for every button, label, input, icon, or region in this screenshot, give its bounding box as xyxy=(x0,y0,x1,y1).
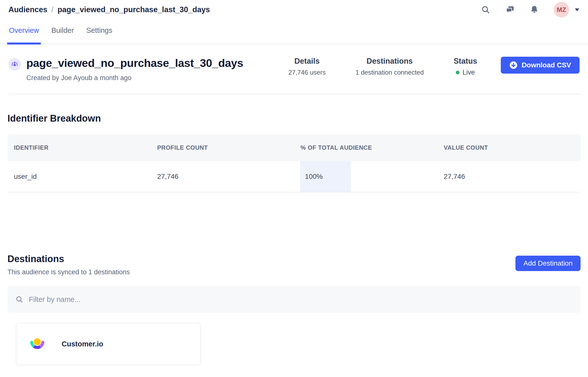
cell-identifier: user_id xyxy=(7,161,151,192)
download-csv-button[interactable]: Download CSV xyxy=(501,57,580,74)
col-identifier: IDENTIFIER xyxy=(7,144,151,151)
page-header-left: page_viewed_no_purchase_last_30_days Cre… xyxy=(8,57,243,82)
page-title: page_viewed_no_purchase_last_30_days xyxy=(26,57,243,70)
page-header-stats: Details 27,746 users Destinations 1 dest… xyxy=(288,57,580,76)
cell-pct-of-total: 100% xyxy=(294,161,437,192)
destinations-subtitle: This audience is synced to 1 destination… xyxy=(7,268,130,276)
identifier-breakdown-section: Identifier Breakdown IDENTIFIER PROFILE … xyxy=(0,113,588,192)
tab-overview[interactable]: Overview xyxy=(9,26,39,44)
chat-bubbles-icon[interactable] xyxy=(505,5,515,15)
page-header: page_viewed_no_purchase_last_30_days Cre… xyxy=(0,44,588,82)
stat-details-label: Details xyxy=(288,57,326,66)
search-icon[interactable] xyxy=(481,5,491,15)
destinations-title: Destinations xyxy=(7,254,130,264)
identifier-breakdown-title: Identifier Breakdown xyxy=(7,113,581,124)
stat-status-label: Status xyxy=(454,57,477,66)
stat-status: Status Live xyxy=(454,57,477,76)
destinations-header: Destinations This audience is synced to … xyxy=(7,254,581,276)
stat-destinations: Destinations 1 destination connected xyxy=(355,57,424,76)
chevron-down-icon xyxy=(575,8,580,11)
audience-people-icon xyxy=(8,58,21,71)
download-circle-icon xyxy=(509,61,518,69)
tab-builder[interactable]: Builder xyxy=(51,26,74,44)
topbar-actions: MZ xyxy=(481,2,580,17)
status-badge: Live xyxy=(462,69,475,76)
page-header-titles: page_viewed_no_purchase_last_30_days Cre… xyxy=(26,57,243,82)
stat-details: Details 27,746 users xyxy=(288,57,326,76)
identifier-table-header: IDENTIFIER PROFILE COUNT % OF TOTAL AUDI… xyxy=(7,134,581,161)
created-by-text: Created by Joe Ayoub a month ago xyxy=(26,74,243,82)
tab-bar: Overview Builder Settings xyxy=(0,19,588,44)
customerio-logo xyxy=(29,337,45,350)
download-csv-label: Download CSV xyxy=(522,61,571,69)
stat-destinations-label: Destinations xyxy=(355,57,424,66)
breadcrumb: Audiences / page_viewed_no_purchase_last… xyxy=(8,5,210,14)
col-profile-count: PROFILE COUNT xyxy=(151,144,294,151)
cell-value-count: 27,746 xyxy=(437,161,581,192)
bell-icon[interactable] xyxy=(529,5,539,15)
user-menu[interactable]: MZ xyxy=(554,2,580,17)
identifier-table: IDENTIFIER PROFILE COUNT % OF TOTAL AUDI… xyxy=(7,134,581,192)
header-divider xyxy=(7,94,581,94)
table-row: user_id 27,746 100% 27,746 xyxy=(7,161,581,192)
col-value-count: VALUE COUNT xyxy=(437,144,581,151)
avatar[interactable]: MZ xyxy=(554,2,569,17)
breadcrumb-audiences-link[interactable]: Audiences xyxy=(8,5,47,14)
pct-highlight-bar: 100% xyxy=(300,161,351,192)
breadcrumb-separator: / xyxy=(51,5,54,14)
stat-details-value: 27,746 users xyxy=(288,69,326,76)
destination-card-customerio[interactable]: Customer.io xyxy=(16,323,201,365)
filter-by-name-input[interactable] xyxy=(29,295,573,304)
destination-card-label: Customer.io xyxy=(62,340,103,348)
destinations-header-text: Destinations This audience is synced to … xyxy=(7,254,130,276)
add-destination-button[interactable]: Add Destination xyxy=(515,256,581,271)
cell-profile-count: 27,746 xyxy=(151,161,294,192)
filter-search-icon xyxy=(15,295,23,303)
stat-destinations-value: 1 destination connected xyxy=(355,69,424,76)
status-live-dot xyxy=(456,71,460,74)
topbar: Audiences / page_viewed_no_purchase_last… xyxy=(0,0,588,19)
tab-settings[interactable]: Settings xyxy=(86,26,112,44)
col-pct-of-total: % OF TOTAL AUDIENCE xyxy=(294,144,437,151)
breadcrumb-current: page_viewed_no_purchase_last_30_days xyxy=(57,5,210,14)
destination-filter-bar xyxy=(7,286,581,313)
destinations-section: Destinations This audience is synced to … xyxy=(0,254,588,365)
